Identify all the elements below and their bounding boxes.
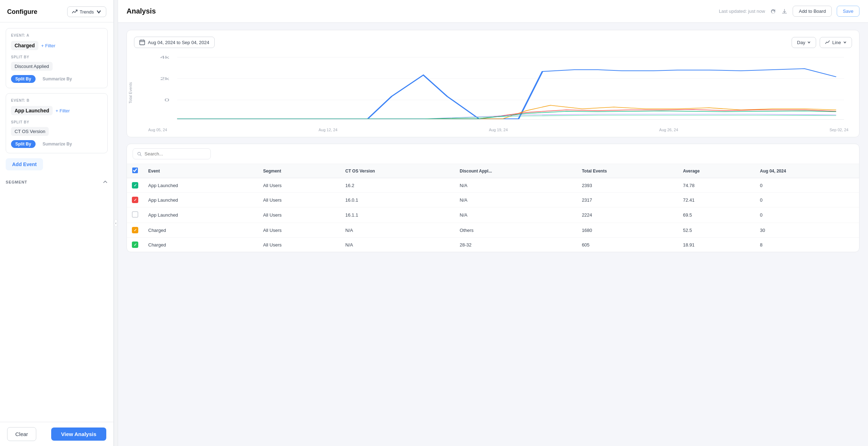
split-value-b: CT OS Version — [11, 127, 49, 136]
line-button[interactable]: Line — [820, 37, 852, 48]
calendar-icon — [139, 39, 145, 45]
chevron-up-icon — [103, 180, 108, 185]
split-by-row-b: Split By Summarize By — [11, 140, 102, 148]
bottom-bar: Clear View Analysis — [0, 422, 113, 446]
search-wrap — [133, 148, 211, 159]
cell-average: 18.91 — [678, 238, 755, 252]
cell-segment: All Users — [258, 178, 340, 193]
row-checkbox-cell — [127, 207, 143, 223]
view-analysis-button[interactable]: View Analysis — [51, 428, 106, 441]
event-b-card: EVENT: B App Launched + Filter SPLIT BY … — [6, 93, 108, 153]
svg-rect-0 — [140, 40, 145, 45]
cell-total: 1680 — [577, 223, 678, 238]
right-content: Aug 04, 2024 to Sep 04, 2024 Day Line — [118, 23, 868, 446]
cell-ct-os: 16.1.1 — [341, 207, 455, 223]
table-row: ✓ Charged All Users N/A 28-32 605 18.91 … — [127, 238, 859, 252]
chart-area: Total Events 4k 2k 0 — [138, 54, 852, 132]
row-checkbox-cell: ✓ — [127, 178, 143, 193]
refresh-icon — [770, 8, 776, 15]
row-color-checkbox[interactable] — [132, 211, 138, 218]
clear-button[interactable]: Clear — [7, 427, 36, 441]
collapse-panel-button[interactable]: ‹ — [114, 219, 118, 227]
event-a-card: EVENT: A Charged + Filter SPLIT BY Disco… — [6, 28, 108, 88]
table-row: ✓ Charged All Users N/A Others 1680 52.5… — [127, 223, 859, 238]
cell-segment: All Users — [258, 207, 340, 223]
cell-ct-os: 16.0.1 — [341, 193, 455, 207]
search-icon — [137, 152, 142, 156]
y-axis-label: Total Events — [128, 82, 133, 103]
line-chart-icon — [825, 40, 830, 45]
cell-total: 2224 — [577, 207, 678, 223]
search-row — [127, 144, 859, 164]
col-event: Event — [143, 164, 258, 178]
save-button[interactable]: Save — [837, 6, 859, 17]
trends-icon — [72, 9, 77, 15]
split-by-button-b[interactable]: Split By — [11, 140, 36, 148]
table-row: ✓ App Launched All Users 16.2 N/A 2393 7… — [127, 178, 859, 193]
summarize-by-button-b[interactable]: Summarize By — [38, 140, 76, 148]
cell-total: 2317 — [577, 193, 678, 207]
trends-button[interactable]: Trends — [67, 6, 106, 17]
search-input[interactable] — [145, 151, 206, 156]
svg-text:4k: 4k — [160, 55, 170, 59]
cell-total: 605 — [577, 238, 678, 252]
row-checkbox-cell: ✓ — [127, 238, 143, 252]
row-color-checkbox[interactable]: ✓ — [132, 197, 138, 203]
cell-discount: N/A — [455, 178, 577, 193]
add-event-button[interactable]: Add Event — [6, 158, 43, 170]
cell-discount: N/A — [455, 207, 577, 223]
split-by-row-a: Split By Summarize By — [11, 75, 102, 83]
summarize-by-button-a[interactable]: Summarize By — [38, 75, 76, 83]
cell-average: 69.5 — [678, 207, 755, 223]
event-b-label: EVENT: B — [11, 99, 102, 102]
split-by-b-label: SPLIT BY — [11, 120, 102, 124]
left-header: Configure Trends — [0, 0, 113, 22]
select-all-checkbox[interactable] — [132, 168, 138, 173]
event-a-name-row: Charged + Filter — [11, 41, 102, 50]
filter-b-button[interactable]: + Filter — [55, 108, 70, 113]
cell-segment: All Users — [258, 238, 340, 252]
line-chevron-icon — [843, 41, 847, 44]
day-button[interactable]: Day — [792, 37, 816, 48]
cell-event: App Launched — [143, 178, 258, 193]
chart-view-options: Day Line — [792, 37, 852, 48]
add-to-board-button[interactable]: Add to Board — [793, 6, 832, 17]
cell-aug04: 0 — [755, 178, 859, 193]
right-header-actions: Last updated: just now Add to Board Save — [719, 6, 859, 17]
col-average: Average — [678, 164, 755, 178]
refresh-button[interactable] — [770, 8, 776, 15]
segment-header: SEGMENT — [6, 176, 108, 187]
row-checkbox-cell: ✓ — [127, 193, 143, 207]
col-discount: Discount Appl... — [455, 164, 577, 178]
cell-average: 52.5 — [678, 223, 755, 238]
x-axis-labels: Aug 05, 24 Aug 12, 24 Aug 19, 24 Aug 26,… — [138, 126, 852, 132]
filter-a-button[interactable]: + Filter — [41, 43, 55, 48]
row-color-checkbox[interactable]: ✓ — [132, 227, 138, 233]
cell-ct-os: N/A — [341, 223, 455, 238]
chart-svg: 4k 2k 0 — [138, 54, 852, 125]
download-button[interactable] — [781, 8, 788, 15]
table-row: ✓ App Launched All Users 16.0.1 N/A 2317… — [127, 193, 859, 207]
cell-event: Charged — [143, 238, 258, 252]
day-chevron-icon — [807, 41, 811, 44]
download-icon — [781, 8, 788, 15]
segment-label: SEGMENT — [6, 180, 27, 184]
cell-aug04: 30 — [755, 223, 859, 238]
left-panel: Configure Trends EVENT: A Charged + Filt… — [0, 0, 114, 446]
svg-text:0: 0 — [165, 98, 170, 102]
split-by-button-a[interactable]: Split By — [11, 75, 36, 83]
event-b-name: App Launched — [11, 106, 53, 115]
configure-title: Configure — [7, 8, 37, 16]
svg-text:2k: 2k — [160, 76, 170, 81]
row-color-checkbox[interactable]: ✓ — [132, 182, 138, 189]
cell-segment: All Users — [258, 223, 340, 238]
date-range-button[interactable]: Aug 04, 2024 to Sep 04, 2024 — [134, 37, 215, 48]
panel-divider[interactable]: ‹ — [114, 0, 118, 446]
row-color-checkbox[interactable]: ✓ — [132, 241, 138, 248]
table-body: ✓ App Launched All Users 16.2 N/A 2393 7… — [127, 178, 859, 252]
cell-total: 2393 — [577, 178, 678, 193]
right-panel: Analysis Last updated: just now Add to B… — [118, 0, 868, 446]
col-ct-os: CT OS Version — [341, 164, 455, 178]
cell-discount: N/A — [455, 193, 577, 207]
cell-aug04: 8 — [755, 238, 859, 252]
